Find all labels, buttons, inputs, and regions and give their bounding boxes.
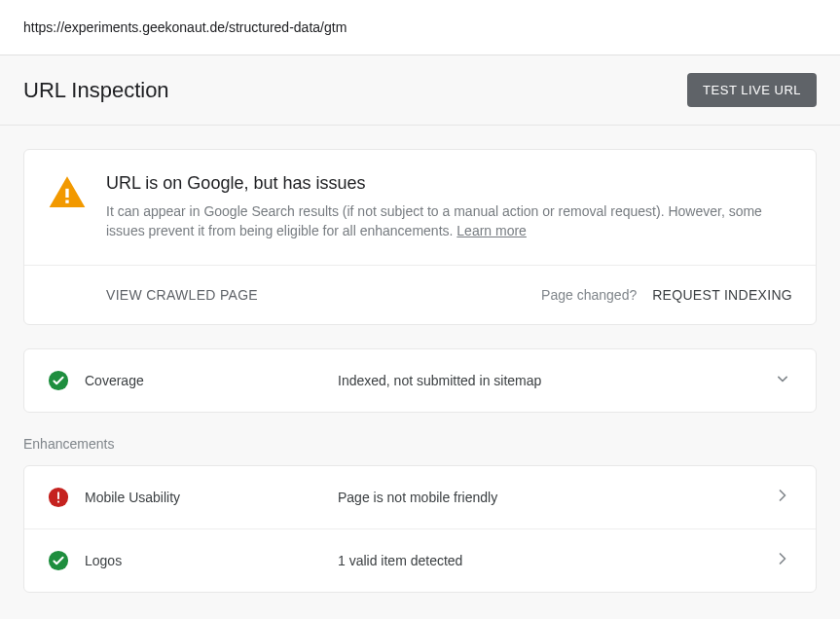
- summary-heading: URL is on Google, but has issues: [106, 173, 792, 194]
- enhancement-row-mobile-usability[interactable]: Mobile Usability Page is not mobile frie…: [24, 466, 816, 528]
- request-indexing-button[interactable]: REQUEST INDEXING: [652, 287, 792, 303]
- enhancement-label: Mobile Usability: [85, 490, 338, 505]
- check-circle-icon: [48, 550, 69, 571]
- svg-rect-5: [57, 500, 59, 502]
- enhancement-value: Page is not mobile friendly: [338, 490, 773, 505]
- url-bar: https://experiments.geekonaut.de/structu…: [0, 0, 840, 55]
- chevron-right-icon: [773, 486, 792, 509]
- summary-card-top: URL is on Google, but has issues It can …: [24, 150, 816, 266]
- enhancement-row-logos[interactable]: Logos 1 valid item detected: [24, 528, 816, 592]
- summary-description: It can appear in Google Search results (…: [106, 203, 762, 238]
- chevron-down-icon: [773, 369, 792, 392]
- learn-more-link[interactable]: Learn more: [457, 223, 527, 238]
- svg-rect-4: [57, 492, 59, 498]
- enhancements-section-label: Enhancements: [23, 436, 817, 452]
- summary-card-bottom: VIEW CRAWLED PAGE Page changed? REQUEST …: [24, 266, 816, 324]
- chevron-right-icon: [773, 549, 792, 572]
- view-crawled-page-button[interactable]: VIEW CRAWLED PAGE: [106, 287, 258, 303]
- test-live-url-button[interactable]: TEST LIVE URL: [687, 73, 817, 107]
- page-changed-label: Page changed?: [541, 287, 637, 303]
- enhancement-value: 1 valid item detected: [338, 553, 773, 568]
- check-circle-icon: [48, 370, 69, 391]
- enhancements-card: Mobile Usability Page is not mobile frie…: [23, 465, 817, 593]
- coverage-label: Coverage: [85, 373, 338, 388]
- coverage-row[interactable]: Coverage Indexed, not submitted in sitem…: [24, 349, 816, 412]
- error-circle-icon: [48, 487, 69, 508]
- main-content: URL is on Google, but has issues It can …: [0, 126, 840, 616]
- header-row: URL Inspection TEST LIVE URL: [0, 55, 840, 126]
- enhancement-label: Logos: [85, 553, 338, 568]
- summary-text: URL is on Google, but has issues It can …: [106, 173, 792, 241]
- summary-card: URL is on Google, but has issues It can …: [23, 149, 817, 325]
- coverage-card: Coverage Indexed, not submitted in sitem…: [23, 348, 817, 413]
- inspected-url: https://experiments.geekonaut.de/structu…: [23, 19, 347, 35]
- svg-rect-1: [65, 200, 68, 203]
- page-title: URL Inspection: [23, 78, 169, 103]
- svg-rect-0: [65, 189, 68, 198]
- warning-icon: [48, 173, 87, 212]
- coverage-value: Indexed, not submitted in sitemap: [338, 373, 773, 388]
